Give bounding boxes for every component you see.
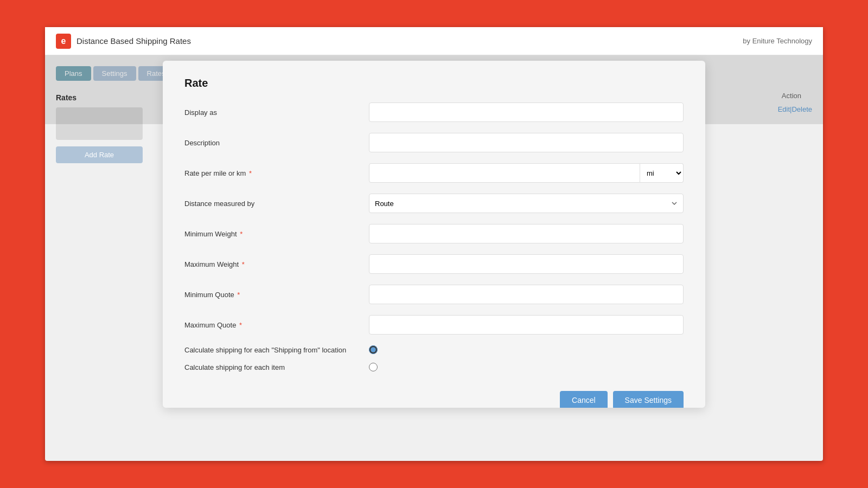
app-body: Plans Settings Rates Rates Add Rate Acti… [45, 55, 823, 124]
display-as-row: Display as [184, 102, 684, 122]
display-as-input[interactable] [369, 102, 684, 122]
save-settings-button[interactable]: Save Settings [613, 391, 684, 408]
maximum-weight-input[interactable] [369, 254, 684, 274]
maximum-weight-label: Maximum Weight * [184, 260, 369, 268]
shipping-from-radio-row: Calculate shipping for each "Shipping fr… [184, 345, 684, 354]
modal-overlay: Rate Display as Description Rate per mil… [45, 55, 823, 124]
app-logo-icon: e [56, 34, 71, 49]
modal-footer: Cancel Save Settings [184, 382, 684, 408]
maximum-quote-label: Maximum Quote * [184, 321, 369, 329]
header-byline: by Eniture Technology [743, 37, 812, 45]
description-input[interactable] [369, 133, 684, 152]
header-left: e Distance Based Shipping Rates [56, 34, 191, 49]
unit-select[interactable]: mi km [640, 163, 684, 183]
rate-per-mile-input[interactable] [369, 163, 640, 183]
minimum-weight-label: Minimum Weight * [184, 230, 369, 238]
each-item-radio[interactable] [369, 363, 378, 371]
description-label: Description [184, 139, 369, 147]
shipping-from-label: Calculate shipping for each "Shipping fr… [184, 346, 369, 354]
minimum-quote-input[interactable] [369, 285, 684, 304]
display-as-label: Display as [184, 108, 369, 117]
rate-per-mile-group: mi km [369, 163, 684, 183]
app-title: Distance Based Shipping Rates [76, 36, 191, 46]
maximum-weight-row: Maximum Weight * [184, 254, 684, 274]
modal-title: Rate [184, 77, 684, 89]
app-header: e Distance Based Shipping Rates by Enitu… [45, 27, 823, 55]
distance-measured-select[interactable]: Route Straight Line [369, 194, 684, 213]
minimum-weight-row: Minimum Weight * [184, 224, 684, 243]
cancel-button[interactable]: Cancel [560, 391, 608, 408]
description-row: Description [184, 133, 684, 152]
maximum-quote-input[interactable] [369, 315, 684, 335]
maximum-quote-row: Maximum Quote * [184, 315, 684, 335]
minimum-weight-input[interactable] [369, 224, 684, 243]
shipping-from-radio[interactable] [369, 345, 378, 354]
rate-per-mile-label: Rate per mile or km * [184, 169, 369, 177]
rate-per-mile-row: Rate per mile or km * mi km [184, 163, 684, 183]
minimum-quote-label: Minimum Quote * [184, 291, 369, 299]
each-item-radio-row: Calculate shipping for each item [184, 363, 684, 371]
distance-measured-row: Distance measured by Route Straight Line [184, 194, 684, 213]
rate-modal: Rate Display as Description Rate per mil… [163, 61, 705, 408]
distance-measured-label: Distance measured by [184, 200, 369, 208]
each-item-label: Calculate shipping for each item [184, 363, 369, 371]
add-rate-button[interactable]: Add Rate [56, 146, 143, 163]
minimum-quote-row: Minimum Quote * [184, 285, 684, 304]
